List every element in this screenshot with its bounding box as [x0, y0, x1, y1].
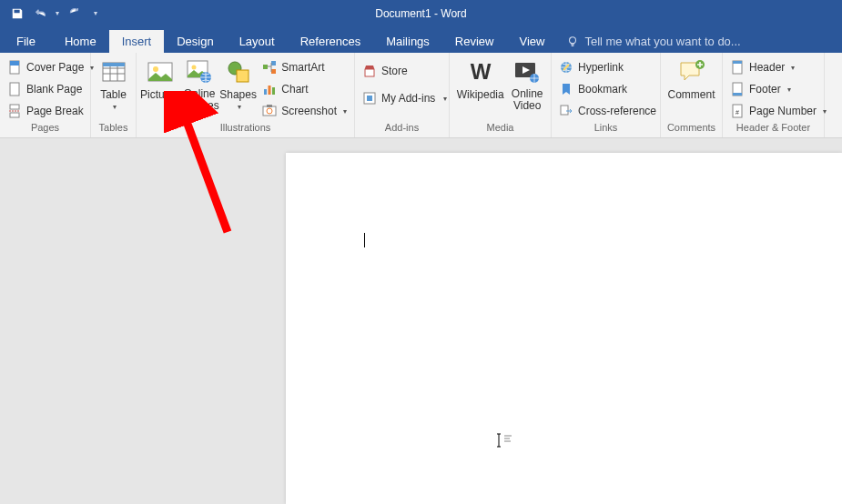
svg-rect-17 — [271, 69, 276, 74]
svg-rect-14 — [237, 70, 249, 82]
group-links: Hyperlink Bookmark Cross-reference Links — [552, 53, 661, 137]
undo-dropdown[interactable]: ▾ — [53, 9, 62, 17]
group-label-media: Media — [453, 121, 547, 137]
tell-me-placeholder: Tell me what you want to do... — [584, 35, 740, 48]
group-headerfooter: Header▾ Footer▾ # Page Number▾ Header & … — [723, 53, 825, 137]
group-label-addins: Add-ins — [359, 121, 445, 137]
document-workspace[interactable] — [0, 138, 842, 504]
tab-home[interactable]: Home — [52, 30, 109, 53]
tab-insert[interactable]: Insert — [109, 30, 165, 53]
svg-rect-23 — [267, 105, 272, 107]
footer-button[interactable]: Footer▾ — [726, 79, 830, 99]
lightbulb-icon — [566, 35, 579, 48]
redo-icon — [67, 7, 80, 20]
svg-rect-34 — [733, 61, 742, 64]
group-label-headerfooter: Header & Footer — [726, 121, 820, 137]
crossref-icon — [559, 104, 573, 118]
svg-rect-4 — [10, 105, 19, 109]
qat-customize[interactable]: ▾ — [91, 9, 100, 17]
tab-design[interactable]: Design — [164, 30, 226, 53]
svg-rect-31 — [561, 106, 568, 115]
online-pictures-button[interactable]: Online Pictures — [179, 55, 218, 112]
svg-rect-24 — [365, 69, 374, 76]
group-label-links: Links — [555, 121, 656, 137]
cross-reference-button[interactable]: Cross-reference — [555, 101, 660, 121]
svg-rect-26 — [367, 96, 372, 101]
page-break-icon — [7, 104, 22, 118]
group-label-comments: Comments — [664, 121, 718, 137]
online-video-button[interactable]: Online Video — [507, 55, 547, 112]
redo-button[interactable] — [62, 3, 86, 25]
online-video-icon — [513, 59, 541, 85]
shapes-button[interactable]: Shapes ▾ — [219, 55, 257, 111]
svg-rect-7 — [103, 63, 125, 66]
ribbon: Cover Page▾ Blank Page Page Break Pages … — [0, 53, 842, 138]
wikipedia-button[interactable]: W Wikipedia — [453, 55, 507, 101]
tab-mailings[interactable]: Mailings — [373, 30, 442, 53]
document-title: Document1 - Word — [375, 7, 466, 20]
group-media: W Wikipedia Online Video Media — [450, 53, 552, 137]
svg-rect-20 — [272, 87, 275, 95]
chart-button[interactable]: Chart — [259, 79, 350, 99]
blank-page-button[interactable]: Blank Page — [4, 79, 97, 99]
save-button[interactable] — [5, 3, 29, 25]
shapes-icon — [226, 59, 251, 85]
group-comments: Comment Comments — [661, 53, 723, 137]
svg-rect-3 — [10, 83, 19, 96]
svg-point-9 — [153, 66, 158, 72]
blank-page-icon — [7, 82, 22, 96]
table-icon — [101, 59, 127, 85]
chart-icon — [262, 82, 277, 96]
svg-point-11 — [192, 66, 197, 70]
text-cursor — [364, 233, 365, 247]
page-break-button[interactable]: Page Break — [4, 101, 97, 121]
hyperlink-button[interactable]: Hyperlink — [555, 57, 660, 77]
tab-review[interactable]: Review — [442, 30, 507, 53]
cover-page-button[interactable]: Cover Page▾ — [4, 57, 97, 77]
pictures-icon — [147, 59, 174, 85]
tab-layout[interactable]: Layout — [227, 30, 288, 53]
header-icon — [730, 60, 745, 75]
ribbon-tabs: File Home Insert Design Layout Reference… — [0, 26, 842, 53]
svg-rect-15 — [263, 65, 268, 69]
svg-point-0 — [570, 36, 576, 43]
tell-me-search[interactable]: Tell me what you want to do... — [557, 30, 749, 53]
svg-rect-5 — [10, 113, 19, 117]
svg-rect-19 — [269, 86, 271, 95]
screenshot-icon — [262, 104, 277, 118]
group-label-tables: Tables — [95, 121, 132, 137]
undo-icon — [35, 7, 47, 20]
comment-icon — [678, 59, 705, 85]
group-illustrations: Pictures Online Pictures Shapes ▾ SmartA… — [137, 53, 355, 137]
pictures-button[interactable]: Pictures — [140, 55, 179, 101]
table-button[interactable]: Table ▾ — [95, 55, 132, 111]
addins-icon — [362, 91, 377, 106]
cover-page-icon — [7, 60, 22, 75]
group-label-pages: Pages — [4, 121, 86, 137]
tab-file[interactable]: File — [0, 30, 52, 53]
screenshot-button[interactable]: Screenshot▾ — [259, 101, 350, 121]
save-icon — [11, 7, 24, 20]
tab-view[interactable]: View — [506, 30, 557, 53]
group-addins: Store My Add-ins ▾ Add-ins — [355, 53, 450, 137]
smartart-button[interactable]: SmartArt — [259, 57, 350, 77]
pagenum-icon: # — [730, 104, 745, 118]
group-tables: Table ▾ Tables — [91, 53, 137, 137]
document-page[interactable] — [286, 153, 842, 504]
store-button[interactable]: Store — [359, 61, 451, 81]
store-icon — [362, 64, 377, 78]
mouse-pointer-icon — [495, 433, 513, 449]
quick-access-toolbar: ▾ ▾ — [0, 3, 100, 25]
bookmark-button[interactable]: Bookmark — [555, 79, 660, 99]
group-label-illustrations: Illustrations — [140, 121, 350, 137]
undo-button[interactable] — [29, 3, 53, 25]
comment-button[interactable]: Comment — [664, 55, 718, 101]
footer-icon — [730, 82, 745, 96]
my-addins-button[interactable]: My Add-ins ▾ — [359, 88, 451, 108]
header-button[interactable]: Header▾ — [726, 57, 830, 77]
online-pictures-icon — [186, 59, 213, 85]
page-number-button[interactable]: # Page Number▾ — [726, 101, 830, 121]
bookmark-icon — [559, 82, 573, 96]
tab-references[interactable]: References — [288, 30, 373, 53]
smartart-icon — [262, 60, 277, 75]
